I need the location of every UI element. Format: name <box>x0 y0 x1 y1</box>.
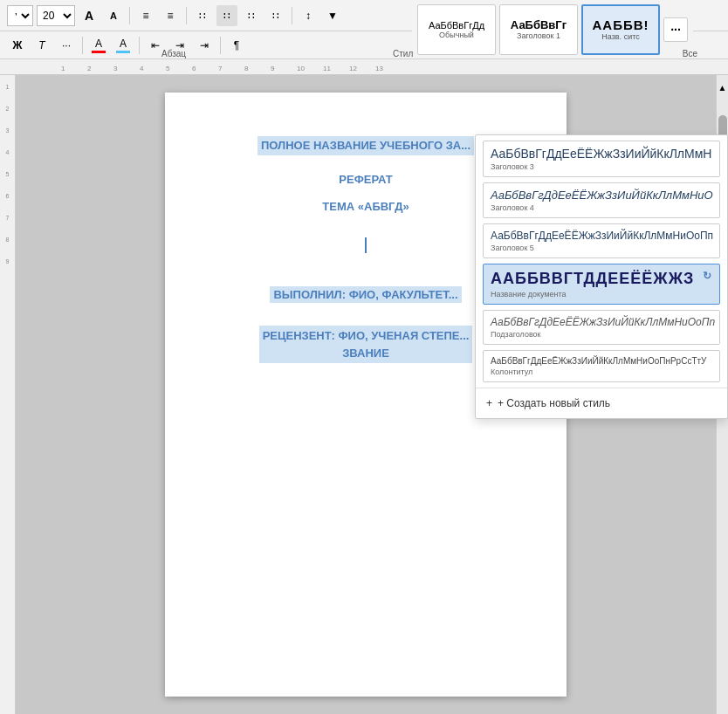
paragraph-marks-btn[interactable]: ¶ <box>226 35 247 56</box>
separator6 <box>220 37 221 54</box>
indent-more-btn[interactable]: ⇥ <box>194 35 215 56</box>
ruler-num: 4 <box>140 65 166 72</box>
v-ruler-num: 5 <box>6 171 10 193</box>
create-style-btn[interactable]: + + Создать новый стиль <box>476 388 727 418</box>
doc-referat: РЕФЕРАТ <box>339 173 392 186</box>
style-obychny-preview: АаБбВвГгДд <box>429 20 484 31</box>
v-ruler-num: 3 <box>6 127 10 149</box>
line-spacing-dropdown[interactable]: ▼ <box>322 5 343 26</box>
style-zagolovok5-name: Заголовок 5 <box>491 244 712 252</box>
abzac-label: Абзац <box>161 49 186 58</box>
ruler-num: 8 <box>244 65 271 72</box>
font-name-select[interactable]: ▼ <box>7 5 33 26</box>
align-justify-btn[interactable]: ∷ <box>265 5 286 26</box>
style-subheading-preview: АаБбВвГгДдЕеЁЁЖжЗзИиЙйКкЛлМмНиОоПп <box>491 316 712 328</box>
highlight-icon: А <box>116 38 130 53</box>
main-area: 1 2 3 4 5 6 7 8 9 ПОЛНОЕ НАЗВАНИЕ УЧЕБНО… <box>0 75 728 714</box>
style-docname-name: Название документа <box>491 290 712 299</box>
doc-title: ПОЛНОЕ НАЗВАНИЕ УЧЕБНОГО ЗА... <box>258 136 474 155</box>
separator4 <box>82 37 83 54</box>
decrease-font-btn[interactable]: A <box>103 5 124 26</box>
style-row-docname[interactable]: ААББВВГТДДЕЕЁЁЖЖЗ ↻ Название документа <box>483 264 720 305</box>
stili-label: Стил <box>393 49 413 58</box>
ruler: 1 2 3 4 5 6 7 8 9 10 11 12 13 <box>0 59 728 75</box>
style-zagolovok2-label: Назв. ситс <box>601 32 639 41</box>
ruler-num: 1 <box>61 65 87 72</box>
refresh-icon[interactable]: ↻ <box>703 270 712 282</box>
vse-label: Все <box>683 49 697 58</box>
plus-icon: + <box>486 397 492 409</box>
separator5 <box>139 37 140 54</box>
doc-vypolnil: ВЫПОЛНИЛ: ФИО, ФАКУЛЬТЕТ... <box>270 286 461 303</box>
v-ruler-num: 9 <box>6 258 10 280</box>
ruler-num: 11 <box>323 65 349 72</box>
doc-tema: ТЕМА «АБВГД» <box>322 200 409 213</box>
style-zagolovok1-label: Заголовок 1 <box>517 31 560 40</box>
style-zagolovok4-preview: АаБбВвГгДдЕеЁЁЖжЗзИиЙйКкЛлМмНиО <box>491 189 712 202</box>
ruler-num: 7 <box>218 65 244 72</box>
style-row-zagolovok4[interactable]: АаБбВвГгДдЕеЁЁЖжЗзИиЙйКкЛлМмНиО Заголово… <box>483 182 720 218</box>
styles-dropdown: АаБбВвГгДдЕеЁЁЖжЗзИиЙйКкЛлМмН Заголовок … <box>475 134 728 419</box>
style-zagolovok1[interactable]: АаБбВвГг Заголовок 1 <box>499 4 578 55</box>
separator1 <box>129 7 130 24</box>
style-row-zagolovok5[interactable]: АаБбВвГгДдЕеЁЁЖжЗзИиЙйКкЛлМмНиОоПп Загол… <box>483 223 720 258</box>
separator3 <box>292 7 292 24</box>
style-zagolovok3-preview: АаБбВвГгДдЕеЁЁЖжЗзИиЙйКкЛлМмН <box>491 147 712 161</box>
ruler-num: 3 <box>113 65 140 72</box>
ruler-num: 5 <box>166 65 192 72</box>
bold-btn[interactable]: Ж <box>7 35 28 56</box>
line-spacing-btn[interactable]: ↕ <box>298 5 319 26</box>
increase-font-btn[interactable]: A <box>79 5 100 26</box>
more-formatting-btn[interactable]: ··· <box>56 35 77 56</box>
style-zagolovok1-preview: АаБбВвГг <box>511 18 567 31</box>
style-kolontitul-name: Колонтитул <box>491 367 712 376</box>
list-btn[interactable]: ≡ <box>135 5 156 26</box>
font-color-btn[interactable]: А <box>88 35 109 56</box>
style-row-subheading[interactable]: АаБбВвГгДдЕеЁЁЖжЗзИиЙйКкЛлМмНиОоПп Подза… <box>483 310 720 345</box>
highlight-btn[interactable]: А <box>113 35 134 56</box>
style-row-kolontitul[interactable]: АаБбВвГгДдЕеЁЖжЗзИиЙйКкЛлМмНиОоПнРрСсТтУ… <box>483 350 720 382</box>
ruler-num: 12 <box>349 65 375 72</box>
v-ruler: 1 2 3 4 5 6 7 8 9 <box>0 75 16 714</box>
style-zagolovok2-preview: ААББВ! <box>592 17 649 32</box>
font-color-icon: А <box>92 38 106 53</box>
more-styles-btn[interactable]: ··· <box>663 17 688 42</box>
ruler-num: 10 <box>297 65 323 72</box>
v-ruler-num: 1 <box>6 84 10 106</box>
ruler-num: 2 <box>87 65 113 72</box>
scroll-up-btn[interactable]: ▲ <box>712 77 729 98</box>
styles-panel-top: АаБбВвГгДд Обычный АаБбВвГг Заголовок 1 … <box>412 0 693 59</box>
v-ruler-num: 6 <box>6 193 10 215</box>
list-btn2[interactable]: ≡ <box>160 5 181 26</box>
font-size-select[interactable]: 20 <box>37 5 75 26</box>
ruler-num: 6 <box>192 65 218 72</box>
align-center-btn[interactable]: ∷ <box>216 5 237 26</box>
ruler-num: 13 <box>375 65 402 72</box>
align-left-btn[interactable]: ∷ <box>192 5 213 26</box>
style-obychny[interactable]: АаБбВвГгДд Обычный <box>417 4 496 55</box>
style-row-zagolovok3[interactable]: АаБбВвГгДдЕеЁЁЖжЗзИиЙйКкЛлМмН Заголовок … <box>483 141 720 177</box>
toolbar-row1: ▼ 20 A A ≡ ≡ ∷ ∷ ∷ ∷ ↕ ▼ АаБбВвГгДд Обыч… <box>0 0 728 31</box>
style-subheading-name: Подзаголовок <box>491 330 712 339</box>
ruler-numbers: 1 2 3 4 5 6 7 8 9 10 11 12 13 <box>61 65 402 72</box>
doc-cursor <box>365 237 367 253</box>
v-ruler-num: 8 <box>6 237 10 258</box>
v-ruler-num: 4 <box>6 149 10 171</box>
v-ruler-num: 7 <box>6 215 10 237</box>
style-zagolovok4-name: Заголовок 4 <box>491 203 712 212</box>
doc-recenzent: РЕЦЕНЗЕНТ: ФИО, УЧЕНАЯ СТЕПЕ...ЗВАНИЕ <box>259 326 473 363</box>
create-style-label: + Создать новый стиль <box>498 397 610 409</box>
style-zagolovok3-name: Заголовок 3 <box>491 162 712 171</box>
style-kolontitul-preview: АаБбВвГгДдЕеЁЖжЗзИиЙйКкЛлМмНиОоПнРрСсТтУ <box>491 356 712 366</box>
align-right-btn[interactable]: ∷ <box>241 5 262 26</box>
italic-btn[interactable]: Т <box>31 35 52 56</box>
separator2 <box>186 7 187 24</box>
style-zagolovok5-preview: АаБбВвГгДдЕеЁЁЖжЗзИиЙйКкЛлМмНиОоПп <box>491 230 712 242</box>
v-ruler-num: 2 <box>6 106 10 127</box>
style-docname-preview: ААББВВГТДДЕЕЁЁЖЖЗ ↻ <box>491 270 712 288</box>
style-zagolovok2[interactable]: ААББВ! Назв. ситс <box>581 4 660 55</box>
ruler-num: 9 <box>271 65 297 72</box>
style-obychny-label: Обычный <box>439 31 474 39</box>
